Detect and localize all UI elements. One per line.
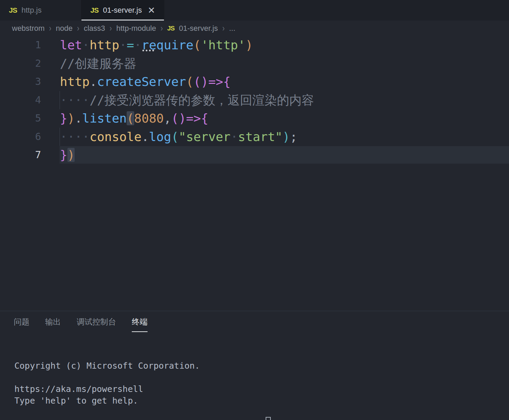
terminal-cursor [266, 417, 271, 420]
bracket-match: ( [127, 111, 134, 125]
code-line: 6····console.log("server·start"); [0, 128, 509, 146]
panel-tab-terminal-active[interactable]: 终端 [132, 317, 148, 332]
tab-label: http.js [22, 6, 42, 15]
breadcrumb-item[interactable]: 01-server.js [179, 24, 218, 33]
code-text: }).listen(8080,()=>{ [60, 109, 208, 128]
code-token: ) [67, 111, 75, 125]
code-token: createServer [97, 75, 186, 89]
breadcrumb-item[interactable]: webstrom [12, 24, 44, 33]
code-line: 7}) [0, 146, 509, 164]
chevron-right-icon: › [49, 23, 51, 34]
code-token: 8080 [134, 111, 164, 125]
code-token: start" [238, 130, 282, 144]
code-text: //创建服务器 [60, 54, 136, 73]
code-token: . [141, 130, 149, 144]
terminal-text: Type 'help' to get help. [14, 396, 138, 406]
line-number: 5 [0, 109, 41, 128]
panel-tabs: 问题输出调试控制台终端 [0, 311, 509, 332]
panel-tab-item[interactable]: 输出 [45, 317, 61, 332]
terminal-line: Type 'help' to get help. [14, 395, 509, 407]
line-number: 7 [0, 146, 41, 164]
chevron-right-icon: › [161, 23, 163, 34]
code-token: http [60, 75, 90, 89]
code-text: let·http·=·require('http') [60, 36, 253, 54]
code-token: · [82, 38, 90, 52]
code-token: · [231, 130, 238, 144]
js-icon: JS [90, 6, 99, 14]
code-token: { [201, 111, 208, 125]
code-token: ) [282, 130, 290, 144]
breadcrumb-item[interactable]: class3 [84, 24, 105, 33]
panel-tab-item[interactable]: 调试控制台 [77, 317, 116, 332]
code-token: ( [171, 130, 179, 144]
terminal-line [14, 407, 509, 418]
code-token: ( [186, 75, 193, 89]
code-token: ) [179, 111, 186, 125]
code-area[interactable]: 1let·http·=·require('http')2//创建服务器3http… [0, 36, 509, 311]
tab-01-server-js[interactable]: JS 01-server.js ✕ [81, 0, 164, 21]
code-token: log [149, 130, 171, 144]
code-token: · [134, 38, 142, 52]
code-token: ; [290, 130, 297, 144]
code-token: . [90, 75, 97, 89]
breadcrumb: webstrom›node›class3›http-module›JS01-se… [0, 21, 509, 36]
terminal-text: https://aka.ms/powershell [14, 384, 143, 394]
code-token: ) [245, 38, 253, 52]
breadcrumb-item[interactable]: http-module [116, 24, 156, 33]
code-token: . [75, 111, 82, 125]
close-icon[interactable]: ✕ [148, 6, 155, 15]
code-token: //接受浏览器传的参数，返回渲染的内容 [90, 93, 314, 107]
breadcrumb-item[interactable]: ... [229, 24, 235, 33]
code-token: => [186, 111, 201, 125]
terminal-line: https://aka.ms/powershell [14, 383, 509, 395]
code-token: => [208, 75, 223, 89]
terminal-output[interactable]: Copyright (c) Microsoft Corporation. htt… [14, 337, 509, 420]
code-line: 5}).listen(8080,()=>{ [0, 109, 509, 128]
bottom-panel: 问题输出调试控制台终端 Copyright (c) Microsoft Corp… [0, 311, 509, 420]
code-line: 4····//接受浏览器传的参数，返回渲染的内容 [0, 91, 509, 110]
code-token: ( [193, 38, 201, 52]
code-line: 3http.createServer(()=>{ [0, 73, 509, 91]
bracket-match: ) [67, 148, 75, 162]
line-number: 6 [0, 128, 41, 146]
code-token: { [223, 75, 231, 89]
line-number: 2 [0, 54, 41, 73]
code-token: http [90, 38, 119, 52]
code-token: } [60, 148, 67, 162]
code-token: 'http' [201, 38, 245, 52]
editor-tabbar: JS http.js JS 01-server.js ✕ [0, 0, 509, 21]
chevron-right-icon: › [77, 23, 79, 34]
panel-tab-item[interactable]: 问题 [14, 317, 29, 332]
code-text: }) [60, 146, 75, 164]
code-line: 1let·http·=·require('http') [0, 36, 509, 54]
line-number: 1 [0, 36, 41, 54]
code-token: //创建服务器 [60, 56, 136, 71]
js-icon: JS [167, 25, 175, 32]
tab-label: 01-server.js [103, 6, 142, 15]
code-line: 2//创建服务器 [0, 54, 509, 73]
terminal-text: Copyright (c) Microsoft Corporation. [14, 361, 200, 371]
code-token: } [60, 111, 67, 125]
code-token: ( [171, 111, 179, 125]
breadcrumb-item[interactable]: node [56, 24, 73, 33]
terminal-line: Copyright (c) Microsoft Corporation. [14, 360, 509, 372]
tab-http-js[interactable]: JS http.js [0, 0, 81, 21]
chevron-right-icon: › [222, 23, 225, 34]
code-token: ( [193, 75, 201, 89]
code-token: let [60, 38, 82, 52]
line-number: 4 [0, 91, 41, 110]
code-token: = [127, 38, 134, 52]
code-text: ····//接受浏览器传的参数，返回渲染的内容 [60, 91, 314, 110]
code-token: require [141, 38, 193, 52]
code-text: ····console.log("server·start"); [60, 128, 297, 146]
code-token: , [164, 111, 171, 125]
chevron-right-icon: › [110, 23, 112, 34]
js-icon: JS [9, 6, 17, 14]
current-line-highlight [60, 146, 509, 164]
line-number: 3 [0, 73, 41, 91]
code-token: console [90, 130, 142, 144]
terminal-line [14, 372, 509, 383]
code-token: ···· [60, 130, 90, 144]
code-token: "server [179, 130, 231, 144]
code-token: ···· [60, 93, 90, 107]
